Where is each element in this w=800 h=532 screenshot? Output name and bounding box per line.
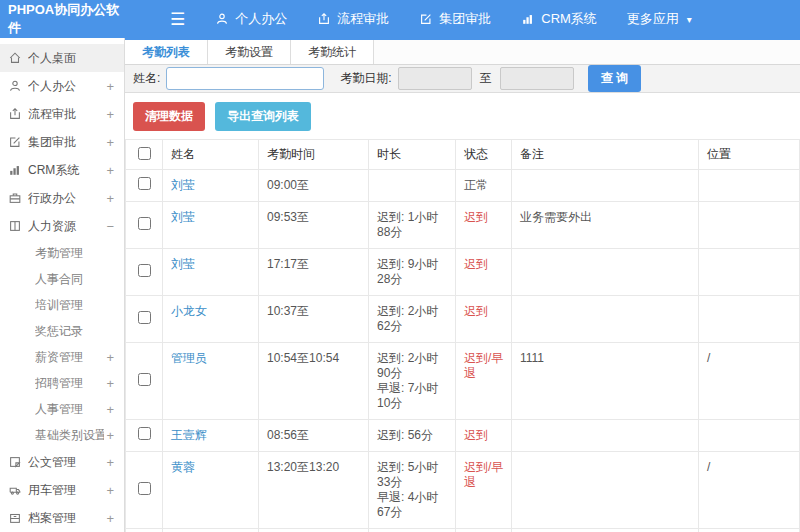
sidebar-subitem-salary[interactable]: 薪资管理 +: [0, 344, 124, 370]
expand-toggle[interactable]: +: [104, 455, 114, 470]
name-input[interactable]: [166, 67, 324, 90]
sidebar-subitem-rewards[interactable]: 奖惩记录: [0, 318, 124, 344]
row-checkbox[interactable]: [138, 373, 151, 386]
archive-icon: [8, 511, 28, 525]
expand-toggle[interactable]: +: [104, 511, 114, 526]
date-label: 考勤日期:: [340, 70, 391, 87]
row-checkbox[interactable]: [138, 264, 151, 277]
table-row: 刘莹 17:17至 迟到: 9小时28分 迟到: [126, 249, 800, 296]
expand-toggle[interactable]: +: [104, 428, 114, 443]
briefcase-icon: [8, 191, 28, 205]
status-badge: 迟到/早退: [456, 452, 512, 529]
topnav-personal-office[interactable]: 个人办公: [215, 10, 287, 28]
sidebar-item-human-resources[interactable]: 人力资源 −: [0, 212, 124, 240]
status-badge: 迟到: [456, 249, 512, 296]
row-checkbox[interactable]: [138, 177, 151, 190]
select-all-checkbox[interactable]: [138, 147, 151, 160]
row-checkbox[interactable]: [138, 311, 151, 324]
expand-toggle[interactable]: +: [104, 135, 114, 150]
topnav-crm[interactable]: CRM系统: [521, 10, 597, 28]
table-row: 王壹辉 08:56至 迟到: 56分 迟到: [126, 420, 800, 452]
sidebar-subitem-base-category[interactable]: 基础类别设置 +: [0, 422, 124, 448]
top-bar: PHPOA协同办公软件 ☰ 个人办公 流程审批 集团审批 CRM系统: [0, 0, 800, 38]
col-location: 位置: [699, 140, 800, 170]
topnav-group-approval[interactable]: 集团审批: [419, 10, 491, 28]
user-icon: [8, 79, 28, 93]
topnav-more-apps[interactable]: 更多应用 ▾: [627, 10, 692, 28]
expand-toggle[interactable]: +: [104, 376, 114, 391]
date-to-input[interactable]: [500, 67, 574, 90]
edit-approval-icon: [8, 135, 28, 149]
status-badge: 正常: [456, 170, 512, 202]
search-button[interactable]: 查 询: [588, 65, 641, 92]
row-checkbox[interactable]: [138, 427, 151, 440]
tab-attendance-list[interactable]: 考勤列表: [125, 40, 208, 64]
book-icon: [8, 219, 28, 233]
sidebar-item-documents[interactable]: 公文管理 +: [0, 448, 124, 476]
employee-name-link[interactable]: 刘莹: [171, 178, 195, 192]
employee-name-link[interactable]: 小龙女: [171, 304, 207, 318]
col-status: 状态: [456, 140, 512, 170]
topnav-process-approval[interactable]: 流程审批: [317, 10, 389, 28]
collapse-toggle[interactable]: −: [104, 219, 114, 234]
sidebar-subitem-recruitment[interactable]: 招聘管理 +: [0, 370, 124, 396]
expand-toggle[interactable]: +: [104, 483, 114, 498]
sidebar-item-archives[interactable]: 档案管理 +: [0, 504, 124, 532]
table-row: 刘莹 09:53至 迟到: 1小时88分 迟到 业务需要外出: [126, 202, 800, 249]
filter-bar: 姓名: 考勤日期: 至 查 询: [125, 65, 800, 93]
sidebar-item-vehicle[interactable]: 用车管理 +: [0, 476, 124, 504]
edit-approval-icon: [419, 12, 433, 26]
date-from-input[interactable]: [398, 67, 472, 90]
to-label: 至: [480, 70, 492, 87]
table-row: 王壹辉 10:02至 迟到: 2小时03分 迟到: [126, 529, 800, 532]
process-approval-icon: [8, 107, 28, 121]
sidebar-subitem-attendance[interactable]: 考勤管理: [0, 240, 124, 266]
table-header-row: 姓名 考勤时间 时长 状态 备注 位置: [126, 140, 800, 170]
col-note: 备注: [512, 140, 699, 170]
sidebar-item-personal-office[interactable]: 个人办公 +: [0, 72, 124, 100]
sidebar-item-admin-office[interactable]: 行政办公 +: [0, 184, 124, 212]
employee-name-link[interactable]: 刘莹: [171, 210, 195, 224]
status-badge: 迟到: [456, 296, 512, 343]
expand-toggle[interactable]: +: [104, 107, 114, 122]
col-duration: 时长: [369, 140, 456, 170]
employee-name-link[interactable]: 管理员: [171, 351, 207, 365]
tab-bar: 考勤列表 考勤设置 考勤统计: [125, 38, 800, 65]
sidebar-item-process-approval[interactable]: 流程审批 +: [0, 100, 124, 128]
sidebar-subitem-training[interactable]: 培训管理: [0, 292, 124, 318]
expand-toggle[interactable]: +: [104, 350, 114, 365]
export-list-button[interactable]: 导出查询列表: [215, 102, 311, 131]
employee-name-link[interactable]: 黄蓉: [171, 460, 195, 474]
bar-chart-icon: [521, 12, 535, 26]
table-row: 刘莹 09:00至 正常: [126, 170, 800, 202]
expand-toggle[interactable]: +: [104, 79, 114, 94]
sidebar-item-personal-desktop[interactable]: 个人桌面: [0, 44, 124, 72]
tab-attendance-settings[interactable]: 考勤设置: [208, 40, 291, 64]
expand-toggle[interactable]: +: [104, 191, 114, 206]
document-icon: [8, 455, 28, 469]
sidebar-subitem-hr-contract[interactable]: 人事合同: [0, 266, 124, 292]
employee-name-link[interactable]: 王壹辉: [171, 428, 207, 442]
table-row: 黄蓉 13:20至13:20 迟到: 5小时33分早退: 4小时67分 迟到/早…: [126, 452, 800, 529]
row-checkbox[interactable]: [138, 482, 151, 495]
clean-data-button[interactable]: 清理数据: [133, 102, 205, 131]
employee-name-link[interactable]: 刘莹: [171, 257, 195, 271]
car-icon: [8, 483, 28, 497]
status-badge: 迟到: [456, 529, 512, 532]
tab-attendance-statistics[interactable]: 考勤统计: [291, 40, 374, 64]
sidebar-item-crm[interactable]: CRM系统 +: [0, 156, 124, 184]
col-time: 考勤时间: [259, 140, 369, 170]
expand-toggle[interactable]: +: [104, 163, 114, 178]
col-name: 姓名: [163, 140, 259, 170]
hamburger-icon[interactable]: ☰: [170, 11, 185, 28]
process-approval-icon: [317, 12, 331, 26]
attendance-table: 姓名 考勤时间 时长 状态 备注 位置 刘莹 09:00至 正常: [125, 139, 800, 532]
sidebar-item-group-approval[interactable]: 集团审批 +: [0, 128, 124, 156]
status-badge: 迟到/早退: [456, 343, 512, 420]
expand-toggle[interactable]: +: [104, 402, 114, 417]
row-checkbox[interactable]: [138, 217, 151, 230]
main-content: 考勤列表 考勤设置 考勤统计 姓名: 考勤日期: 至 查 询 清理数据 导出查询…: [125, 38, 800, 532]
sidebar-subitem-personnel[interactable]: 人事管理 +: [0, 396, 124, 422]
user-icon: [215, 12, 229, 26]
caret-down-icon: ▾: [687, 14, 692, 25]
